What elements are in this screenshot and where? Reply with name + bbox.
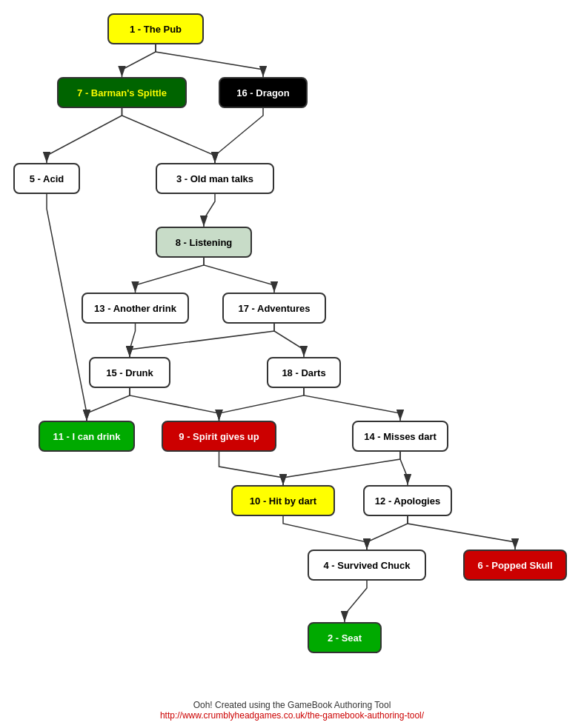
node-n11[interactable]: 11 - I can drink — [39, 421, 135, 452]
node-n18[interactable]: 18 - Darts — [267, 357, 341, 388]
node-n13[interactable]: 13 - Another drink — [82, 293, 189, 324]
node-n14[interactable]: 14 - Misses dart — [352, 421, 448, 452]
node-n17[interactable]: 17 - Adventures — [222, 293, 326, 324]
footer-link[interactable]: http://www.crumblyheadgames.co.uk/the-ga… — [160, 710, 424, 721]
node-n7[interactable]: 7 - Barman's Spittle — [57, 77, 187, 108]
node-n5[interactable]: 5 - Acid — [13, 163, 80, 194]
footer-text: Ooh! Created using the GameBook Authorin… — [0, 700, 584, 710]
node-n6[interactable]: 6 - Popped Skull — [463, 550, 567, 581]
node-n10[interactable]: 10 - Hit by dart — [231, 485, 335, 516]
node-n16[interactable]: 16 - Dragon — [219, 77, 308, 108]
node-n2[interactable]: 2 - Seat — [308, 622, 382, 653]
node-n4[interactable]: 4 - Survived Chuck — [308, 550, 426, 581]
node-n12[interactable]: 12 - Apologies — [363, 485, 452, 516]
footer: Ooh! Created using the GameBook Authorin… — [0, 700, 584, 721]
node-n8[interactable]: 8 - Listening — [156, 227, 252, 258]
diagram: 1 - The Pub7 - Barman's Spittle16 - Drag… — [0, 0, 584, 728]
node-n9[interactable]: 9 - Spirit gives up — [162, 421, 276, 452]
node-n3[interactable]: 3 - Old man talks — [156, 163, 274, 194]
node-n15[interactable]: 15 - Drunk — [89, 357, 170, 388]
node-n1[interactable]: 1 - The Pub — [107, 13, 204, 44]
